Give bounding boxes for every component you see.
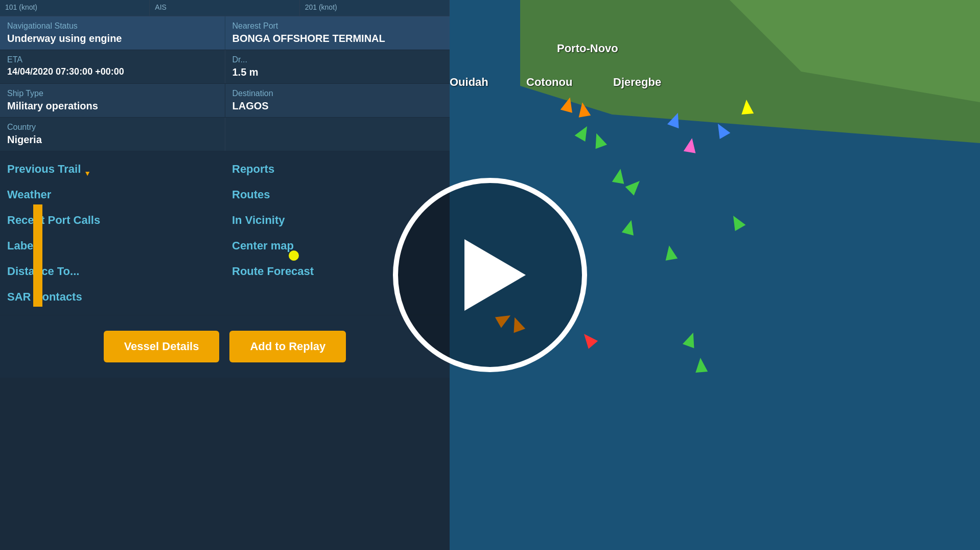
draught-value: 1.5 m [232, 66, 443, 78]
header-row: 101 (knot) AIS 201 (knot) [0, 0, 450, 16]
nearest-port-cell: Nearest Port BONGA OFFSHORE TERMINAL [225, 16, 450, 50]
header-cell-2: AIS [150, 0, 299, 16]
nav-status-cell: Navigational Status Underway using engin… [0, 16, 225, 50]
ship-arrow-green-9[interactable] [728, 213, 746, 231]
nearest-port-value: BONGA OFFSHORE TERMINAL [232, 33, 443, 44]
eta-cell: ETA 14/04/2020 07:30:00 +00:00 [0, 50, 225, 83]
left-edge-bar [33, 204, 42, 307]
links-section: Previous Trail Reports Weather Routes Re… [0, 151, 450, 315]
links-row-1: Previous Trail Reports [0, 156, 450, 182]
nearest-port-label: Nearest Port [232, 21, 443, 31]
destination-label: Destination [232, 89, 443, 98]
ship-type-label: Ship Type [7, 89, 218, 98]
ship-arrow-green-6[interactable] [663, 244, 678, 261]
nav-status-value: Underway using engine [7, 33, 218, 44]
ship-arrow-green-4[interactable] [625, 177, 644, 196]
previous-trail-link[interactable]: Previous Trail [0, 156, 225, 182]
ship-type-value: Military operations [7, 100, 218, 112]
country-row: Country Nigeria [0, 118, 450, 151]
destination-value: LAGOS [232, 100, 443, 112]
draught-label: Dr... [232, 55, 443, 64]
play-triangle-icon [464, 239, 526, 311]
play-button[interactable] [393, 178, 587, 372]
country-cell-2 [225, 118, 450, 151]
map-cursor [289, 250, 299, 261]
eta-label: ETA [7, 55, 218, 64]
nav-status-label: Navigational Status [7, 21, 218, 31]
country-cell: Country Nigeria [0, 118, 225, 151]
links-row-3: Recent Port Calls In Vicinity [0, 208, 450, 233]
weather-link[interactable]: Weather [0, 182, 225, 208]
ship-arrow-yellow-1[interactable] [740, 99, 754, 114]
header-cell-1: 101 (knot) [0, 0, 150, 16]
eta-row: ETA 14/04/2020 07:30:00 +00:00 Dr... 1.5… [0, 50, 450, 84]
buttons-row: Vessel Details Add to Replay [0, 315, 450, 378]
ship-arrow-green-8[interactable] [694, 357, 708, 373]
links-row-2: Weather Routes [0, 182, 450, 208]
ship-arrow-orange-2[interactable] [576, 101, 591, 118]
links-row-4: Labels Center map [0, 233, 450, 259]
ship-type-row: Ship Type Military operations Destinatio… [0, 84, 450, 118]
country-label: Country [7, 123, 218, 132]
filter-icon [84, 166, 92, 173]
ship-arrow-pink-1[interactable] [684, 137, 698, 153]
links-row-5: Distance To... Route Forecast [0, 259, 450, 284]
ship-arrow-green-7[interactable] [683, 331, 699, 349]
city-ouidah: Ouidah [450, 76, 488, 89]
ship-arrow-green-3[interactable] [612, 168, 626, 184]
video-overlay[interactable] [393, 178, 587, 372]
vessel-details-button[interactable]: Vessel Details [104, 331, 220, 362]
country-value: Nigeria [7, 134, 218, 146]
nav-status-row: Navigational Status Underway using engin… [0, 16, 450, 50]
header-cell-3: 201 (knot) [300, 0, 450, 16]
ship-arrow-green-2[interactable] [591, 131, 607, 149]
ship-arrow-green-1[interactable] [575, 123, 593, 142]
draught-cell: Dr... 1.5 m [225, 50, 450, 83]
eta-value: 14/04/2020 07:30:00 +00:00 [7, 66, 218, 77]
add-to-replay-button[interactable]: Add to Replay [229, 331, 346, 362]
info-panel: 101 (knot) AIS 201 (knot) Navigational S… [0, 0, 450, 550]
destination-cell: Destination LAGOS [225, 84, 450, 117]
ship-type-cell: Ship Type Military operations [0, 84, 225, 117]
links-row-6: SAR Contacts [0, 284, 450, 310]
ship-arrow-green-5[interactable] [622, 218, 637, 235]
